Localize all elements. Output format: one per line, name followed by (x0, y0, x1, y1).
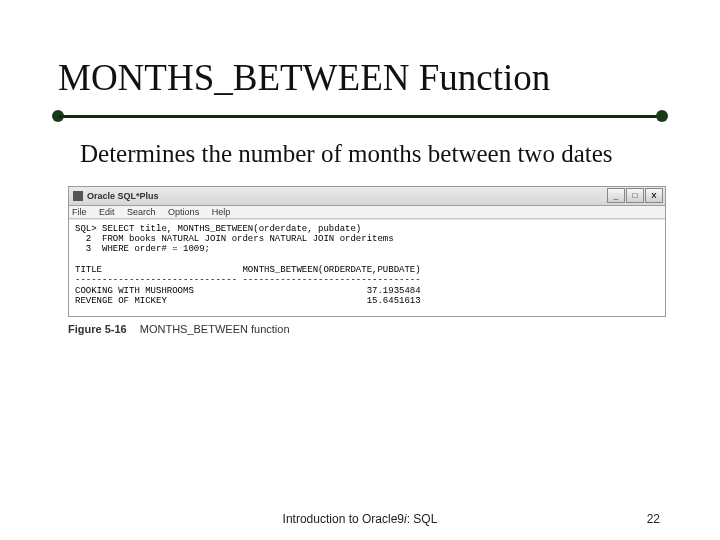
menu-help[interactable]: Help (212, 207, 231, 217)
terminal-output: SQL> SELECT title, MONTHS_BETWEEN(orderd… (69, 219, 665, 317)
figure-text: MONTHS_BETWEEN function (140, 323, 290, 335)
menu-file[interactable]: File (72, 207, 87, 217)
menu-options[interactable]: Options (168, 207, 199, 217)
sql-row-1: COOKING WITH MUSHROOMS 37.1935484 (75, 286, 421, 296)
sql-divider: ------------------------------ ---------… (75, 275, 421, 285)
window-titlebar: Oracle SQL*Plus _ □ X (69, 187, 665, 206)
slide-title: MONTHS_BETWEEN Function (58, 56, 670, 99)
figure-label: Figure 5-16 (68, 323, 127, 335)
sql-line-2: 2 FROM books NATURAL JOIN orders NATURAL… (75, 234, 394, 244)
page-number: 22 (647, 512, 660, 526)
sql-line-1: SQL> SELECT title, MONTHS_BETWEEN(orderd… (75, 224, 361, 234)
maximize-button[interactable]: □ (626, 188, 644, 203)
figure-caption: Figure 5-16 MONTHS_BETWEEN function (68, 323, 652, 335)
sql-line-3: 3 WHERE order# = 1009; (75, 244, 210, 254)
sql-row-2: REVENGE OF MICKEY 15.6451613 (75, 296, 421, 306)
window-title: Oracle SQL*Plus (87, 191, 159, 201)
menubar: File Edit Search Options Help (69, 206, 665, 219)
titlebar-left: Oracle SQL*Plus (71, 191, 159, 201)
footer-text-suffix: : SQL (407, 512, 438, 526)
menu-search[interactable]: Search (127, 207, 156, 217)
app-window: Oracle SQL*Plus _ □ X File Edit Search O… (68, 186, 666, 318)
divider-rule (58, 109, 662, 123)
close-button[interactable]: X (645, 188, 663, 203)
sql-header: TITLE MONTHS_BETWEEN(ORDERDATE,PUBDATE) (75, 265, 421, 275)
menu-edit[interactable]: Edit (99, 207, 115, 217)
minimize-button[interactable]: _ (607, 188, 625, 203)
app-icon (73, 191, 83, 201)
divider-line (58, 115, 662, 118)
footer-text-prefix: Introduction to Oracle9 (283, 512, 404, 526)
footer-center: Introduction to Oracle9i: SQL (0, 512, 720, 526)
body-text: Determines the number of months between … (80, 139, 650, 170)
window-controls: _ □ X (607, 188, 663, 203)
divider-dot-right (656, 110, 668, 122)
slide: MONTHS_BETWEEN Function Determines the n… (0, 0, 720, 540)
